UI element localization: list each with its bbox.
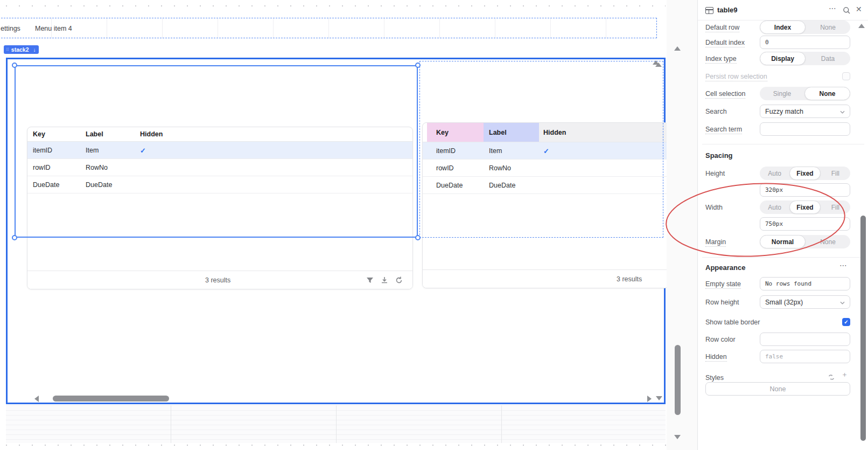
cell-selection-label: Cell selection xyxy=(705,90,745,99)
canvas-scrollbar-thumb[interactable] xyxy=(675,345,681,415)
refresh-icon[interactable] xyxy=(395,276,403,285)
search-mode-select[interactable]: Fuzzy match xyxy=(760,105,850,118)
option-fixed[interactable]: Fixed xyxy=(789,200,820,214)
canvas-scroll-down-icon[interactable] xyxy=(674,435,681,439)
option-none[interactable]: None xyxy=(806,20,850,34)
search-term-input[interactable] xyxy=(760,122,850,136)
appearance-more-icon[interactable]: ⋯ xyxy=(839,261,847,269)
option-auto[interactable]: Auto xyxy=(760,200,789,214)
canvas-scroll-up-icon[interactable] xyxy=(674,46,681,51)
table-row[interactable]: rowID RowNo xyxy=(423,160,668,177)
option-display[interactable]: Display xyxy=(760,52,806,65)
option-index[interactable]: Index xyxy=(760,20,806,34)
cell-key[interactable]: itemID xyxy=(436,147,456,155)
show-table-border-checkbox[interactable]: ✓ xyxy=(842,318,850,326)
cell-label[interactable]: RowNo xyxy=(86,164,108,171)
stack2-container[interactable]: Key Label Hidden itemID Item ✓ rowID Row… xyxy=(6,58,666,404)
margin-toggle: Normal None xyxy=(760,235,850,248)
more-menu-icon[interactable]: ⋯ xyxy=(829,4,836,12)
styles-none-button[interactable]: None xyxy=(705,382,850,396)
cell-key[interactable]: DueDate xyxy=(436,182,463,189)
menu-item-4[interactable]: Menu item 4 xyxy=(35,18,72,39)
row-color-input[interactable] xyxy=(760,333,850,346)
height-label: Height xyxy=(705,170,725,177)
column-header-key[interactable]: Key xyxy=(436,129,449,136)
table-row[interactable]: rowID RowNo xyxy=(27,159,412,176)
cell-label[interactable]: DueDate xyxy=(86,181,112,189)
column-header-label[interactable]: Label xyxy=(489,129,507,136)
stack2-collapse-button[interactable]: ↓ xyxy=(30,45,39,54)
table-copy-component[interactable]: Key Label Hidden itemID Item ✓ rowID Row… xyxy=(422,122,669,288)
table-row[interactable]: itemID Item ✓ xyxy=(423,142,668,160)
cell-selection-toggle: Single None xyxy=(760,87,850,100)
menubar-component[interactable]: ettings Menu item 4 xyxy=(0,18,657,38)
option-auto[interactable]: Auto xyxy=(760,167,789,180)
checkmark-icon[interactable]: ✓ xyxy=(140,146,146,154)
drag-handle-icon[interactable]: ⠿ xyxy=(6,47,10,52)
cell-key[interactable]: rowID xyxy=(436,164,454,172)
cell-label[interactable]: Item xyxy=(86,147,99,154)
cell-key[interactable]: rowID xyxy=(33,164,51,171)
margin-label: Margin xyxy=(705,238,726,247)
persist-checkbox[interactable] xyxy=(842,72,850,80)
resize-handle-top-left[interactable] xyxy=(12,63,17,68)
hidden-input[interactable]: false xyxy=(760,350,850,363)
cell-label[interactable]: DueDate xyxy=(489,182,515,189)
checkmark-icon[interactable]: ✓ xyxy=(543,147,549,155)
filter-icon[interactable] xyxy=(366,276,374,285)
table-row[interactable]: DueDate DueDate xyxy=(423,177,668,194)
column-header-label[interactable]: Label xyxy=(86,130,103,138)
cell-label[interactable]: RowNo xyxy=(489,164,511,172)
width-value-row: 750px xyxy=(698,217,868,231)
margin-setting: Margin Normal None xyxy=(698,235,868,248)
table-header-row: Key Label Hidden xyxy=(27,127,412,142)
option-normal[interactable]: Normal xyxy=(760,235,806,248)
default-index-input[interactable]: 0 xyxy=(760,36,850,49)
hscroll-right-icon[interactable] xyxy=(647,396,652,402)
option-fill[interactable]: Fill xyxy=(821,200,850,214)
panel-scrollbar-thumb[interactable] xyxy=(860,216,866,441)
option-fill[interactable]: Fill xyxy=(821,167,850,180)
option-none[interactable]: None xyxy=(804,87,850,100)
resize-handle-bottom-right[interactable] xyxy=(415,235,421,240)
header-cell-key-pink[interactable] xyxy=(427,123,484,142)
row-height-select[interactable]: Small (32px) xyxy=(760,295,850,309)
swap-styles-icon[interactable] xyxy=(828,373,835,381)
option-single[interactable]: Single xyxy=(760,87,804,100)
column-header-key[interactable]: Key xyxy=(33,130,45,138)
horizontal-scrollbar-thumb[interactable] xyxy=(53,396,169,401)
cell-label[interactable]: Item xyxy=(489,147,502,155)
panel-scroll-up-icon[interactable] xyxy=(858,24,865,28)
table-row[interactable]: DueDate DueDate xyxy=(27,176,412,193)
table9-component[interactable]: Key Label Hidden itemID Item ✓ rowID Row… xyxy=(27,127,413,289)
empty-state-input[interactable]: No rows found xyxy=(760,277,850,290)
menu-item-settings[interactable]: ettings xyxy=(1,18,20,39)
resize-handle-bottom-left[interactable] xyxy=(12,235,17,240)
width-value-input[interactable]: 750px xyxy=(760,217,850,231)
resize-handle-top-right[interactable] xyxy=(415,63,421,68)
option-fixed[interactable]: Fixed xyxy=(789,167,820,180)
height-value-input[interactable]: 320px xyxy=(760,183,850,197)
column-header-hidden[interactable]: Hidden xyxy=(543,129,566,136)
download-icon[interactable] xyxy=(380,276,389,285)
section-divider xyxy=(702,144,864,144)
width-label: Width xyxy=(705,204,723,211)
hidden-label: Hidden xyxy=(705,353,727,362)
stack2-component-badge[interactable]: ⠿ stack2 xyxy=(4,45,32,54)
hidden-setting: Hidden false xyxy=(698,350,868,363)
inner-scroll-down-icon[interactable] xyxy=(656,396,662,400)
empty-state-setting: Empty state No rows found xyxy=(698,277,868,290)
search-icon[interactable] xyxy=(843,6,851,15)
cell-key[interactable]: itemID xyxy=(33,147,52,154)
table-row[interactable]: itemID Item ✓ xyxy=(27,142,412,159)
option-none[interactable]: None xyxy=(806,235,850,248)
close-icon[interactable]: ✕ xyxy=(856,5,862,13)
column-header-hidden[interactable]: Hidden xyxy=(140,130,163,138)
editor-canvas[interactable]: ettings Menu item 4 ⠿ stack2 ↓ Key Label… xyxy=(0,0,697,450)
option-data[interactable]: Data xyxy=(806,52,850,65)
table-header-row: Key Label Hidden xyxy=(423,123,668,142)
cell-key[interactable]: DueDate xyxy=(33,181,59,189)
chevron-down-icon xyxy=(840,301,845,304)
hscroll-left-icon[interactable] xyxy=(34,396,39,402)
add-style-icon[interactable]: ＋ xyxy=(841,370,848,379)
